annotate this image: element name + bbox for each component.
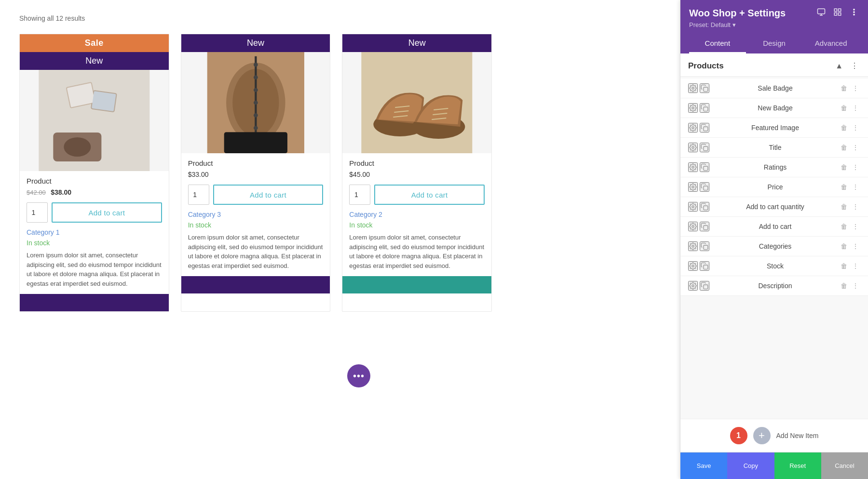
module-kebab-title-icon[interactable]: ⋮ bbox=[851, 143, 860, 152]
panel-preset: Preset: Default ▾ bbox=[689, 21, 859, 28]
module-kebab-icon[interactable]: ⋮ bbox=[851, 83, 860, 93]
more-icon-btn[interactable] bbox=[849, 7, 859, 19]
module-kebab-atc-icon[interactable]: ⋮ bbox=[851, 222, 860, 231]
bottom-action-bar: Save Copy Reset Cancel bbox=[680, 452, 868, 479]
section-more-btn[interactable]: ⋮ bbox=[849, 60, 860, 71]
add-to-cart-btn-3[interactable]: Add to cart bbox=[374, 185, 485, 205]
module-delete-atc-icon[interactable]: 🗑 bbox=[839, 222, 849, 231]
new-badge-1: New bbox=[20, 52, 169, 70]
module-icons-title bbox=[688, 143, 709, 152]
module-settings-icon-atcqty[interactable] bbox=[688, 202, 698, 212]
module-duplicate-icon-title[interactable] bbox=[700, 143, 709, 152]
module-settings-icon-stock[interactable] bbox=[688, 261, 698, 271]
module-name-categories: Categories bbox=[715, 242, 835, 250]
module-actions-price: 🗑 ⋮ bbox=[839, 182, 860, 192]
module-duplicate-icon-atcqty[interactable] bbox=[700, 202, 709, 212]
module-delete-title-icon[interactable]: 🗑 bbox=[839, 143, 849, 152]
price-regular-3: $45.00 bbox=[349, 171, 370, 178]
module-item-stock: Stock 🗑 ⋮ bbox=[680, 256, 868, 276]
module-name-title: Title bbox=[715, 144, 835, 151]
panel-title-row: Woo Shop + Settings bbox=[689, 7, 859, 19]
cancel-button[interactable]: Cancel bbox=[821, 452, 868, 479]
module-duplicate-icon-desc[interactable] bbox=[700, 281, 709, 291]
panel-body: Products ▲ ⋮ bbox=[680, 53, 868, 419]
module-settings-icon-categories[interactable] bbox=[688, 241, 698, 251]
svg-rect-33 bbox=[834, 13, 837, 15]
qty-input-1[interactable] bbox=[27, 202, 48, 223]
svg-rect-18 bbox=[224, 132, 287, 153]
module-kebab-desc-icon[interactable]: ⋮ bbox=[851, 281, 860, 291]
module-kebab-stock-icon[interactable]: ⋮ bbox=[851, 261, 860, 271]
module-duplicate-icon[interactable] bbox=[700, 83, 709, 93]
module-duplicate-icon-ratings[interactable] bbox=[700, 162, 709, 172]
qty-input-2[interactable] bbox=[188, 185, 209, 205]
module-settings-icon-title[interactable] bbox=[688, 143, 698, 152]
module-duplicate-icon-fi[interactable] bbox=[700, 123, 709, 133]
svg-rect-39 bbox=[704, 87, 708, 92]
module-kebab-new-icon[interactable]: ⋮ bbox=[851, 103, 860, 113]
svg-point-35 bbox=[854, 9, 854, 10]
module-icons-ratings bbox=[688, 162, 709, 172]
module-delete-categories-icon[interactable]: 🗑 bbox=[839, 241, 849, 251]
module-settings-icon-atc[interactable] bbox=[688, 222, 698, 231]
module-delete-new-icon[interactable]: 🗑 bbox=[839, 103, 849, 113]
layout-icon-btn[interactable] bbox=[832, 7, 843, 19]
module-item-title: Title 🗑 ⋮ bbox=[680, 138, 868, 158]
tab-advanced[interactable]: Advanced bbox=[802, 34, 859, 53]
module-delete-ratings-icon[interactable]: 🗑 bbox=[839, 162, 849, 172]
module-settings-icon[interactable] bbox=[688, 83, 698, 93]
module-duplicate-icon-atc[interactable] bbox=[700, 222, 709, 231]
collapse-section-btn[interactable]: ▲ bbox=[833, 61, 845, 71]
category-link-1[interactable]: Category 1 bbox=[27, 228, 162, 236]
fab-button[interactable]: ••• bbox=[347, 364, 370, 387]
product-info-3: Product $45.00 Add to cart Category 2 In… bbox=[342, 153, 491, 276]
right-panel: Woo Shop + Settings bbox=[680, 0, 868, 479]
module-settings-icon-price[interactable] bbox=[688, 182, 698, 192]
tab-design[interactable]: Design bbox=[746, 34, 803, 53]
copy-button[interactable]: Copy bbox=[727, 452, 774, 479]
add-to-cart-btn-1[interactable]: Add to cart bbox=[52, 202, 162, 223]
save-button[interactable]: Save bbox=[680, 452, 727, 479]
tab-content[interactable]: Content bbox=[689, 34, 746, 53]
module-kebab-atcqty-icon[interactable]: ⋮ bbox=[851, 202, 860, 212]
module-kebab-fi-icon[interactable]: ⋮ bbox=[851, 123, 860, 133]
module-delete-desc-icon[interactable]: 🗑 bbox=[839, 281, 849, 291]
module-kebab-ratings-icon[interactable]: ⋮ bbox=[851, 162, 860, 172]
module-actions-atc: 🗑 ⋮ bbox=[839, 222, 860, 231]
svg-point-54 bbox=[692, 245, 694, 247]
category-link-3[interactable]: Category 2 bbox=[349, 211, 485, 218]
module-delete-atcqty-icon[interactable]: 🗑 bbox=[839, 202, 849, 212]
module-delete-fi-icon[interactable]: 🗑 bbox=[839, 123, 849, 133]
add-new-item-plus-btn[interactable]: + bbox=[753, 427, 771, 444]
product-desc-2: Lorem ipsum dolor sit amet, consectetur … bbox=[188, 233, 324, 270]
module-icons-atcqty bbox=[688, 202, 709, 212]
product-card-2: New Product bbox=[181, 34, 331, 312]
module-duplicate-icon-new[interactable] bbox=[700, 103, 709, 113]
svg-point-11 bbox=[254, 63, 258, 67]
module-settings-icon-desc[interactable] bbox=[688, 281, 698, 291]
price-old-1: $42.00 bbox=[27, 189, 46, 196]
category-link-2[interactable]: Category 3 bbox=[188, 211, 324, 218]
module-delete-stock-icon[interactable]: 🗑 bbox=[839, 261, 849, 271]
module-delete-icon[interactable]: 🗑 bbox=[839, 83, 849, 93]
reset-button[interactable]: Reset bbox=[774, 452, 821, 479]
svg-point-42 bbox=[692, 127, 694, 129]
qty-input-3[interactable] bbox=[349, 185, 370, 205]
preset-label[interactable]: Preset: Default ▾ bbox=[689, 21, 736, 28]
module-duplicate-icon-categories[interactable] bbox=[700, 241, 709, 251]
svg-point-16 bbox=[254, 126, 258, 130]
module-delete-price-icon[interactable]: 🗑 bbox=[839, 182, 849, 192]
responsive-icon-btn[interactable] bbox=[816, 7, 827, 19]
module-settings-icon-fi[interactable] bbox=[688, 123, 698, 133]
add-new-item-label: Add New Item bbox=[776, 432, 819, 439]
module-duplicate-icon-price[interactable] bbox=[700, 182, 709, 192]
add-to-cart-btn-2[interactable]: Add to cart bbox=[213, 185, 324, 205]
new-badge-3: New bbox=[342, 34, 491, 52]
panel-tabs: Content Design Advanced bbox=[689, 34, 859, 53]
module-settings-icon-ratings[interactable] bbox=[688, 162, 698, 172]
module-kebab-price-icon[interactable]: ⋮ bbox=[851, 182, 860, 192]
svg-point-44 bbox=[692, 146, 694, 148]
module-settings-icon-new[interactable] bbox=[688, 103, 698, 113]
module-duplicate-icon-stock[interactable] bbox=[700, 261, 709, 271]
module-kebab-categories-icon[interactable]: ⋮ bbox=[851, 241, 860, 251]
